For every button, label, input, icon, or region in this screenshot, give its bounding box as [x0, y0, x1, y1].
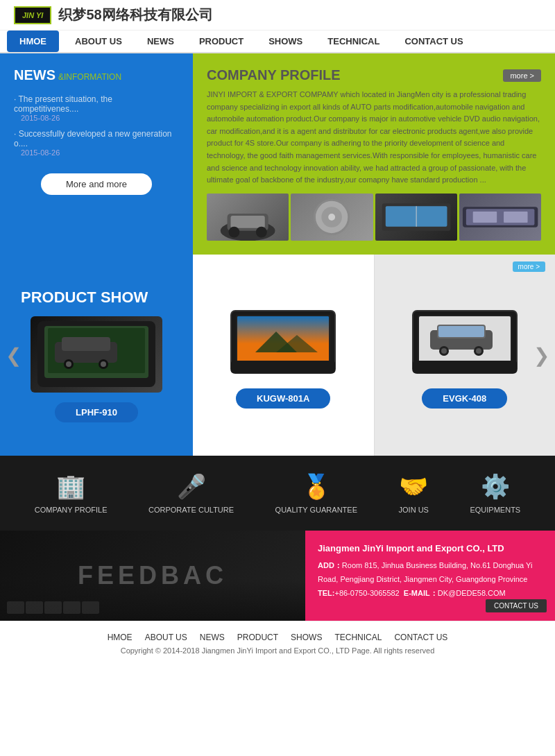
product-title: PRODUCT SHOW — [0, 289, 148, 307]
bottom-nav: HMOE ABOUT US NEWS PRODUCT SHOWS TECHNIC… — [0, 621, 555, 666]
medal-icon: 🏅 — [302, 472, 331, 500]
bottom-link-technical[interactable]: TECHNICAL — [334, 633, 382, 642]
row2: ❮ ❯ PRODUCT SHOW LPHF-910 — [0, 255, 555, 456]
company-images — [207, 194, 541, 241]
footer-icon-join[interactable]: 🤝 JOIN US — [399, 472, 429, 514]
svg-point-7 — [328, 214, 335, 221]
gear-icon: ⚙️ — [481, 472, 510, 500]
bottom-link-news[interactable]: NEWS — [200, 633, 225, 642]
prev-arrow[interactable]: ❮ — [6, 344, 22, 367]
footer-icons: 🏢 COMPANY PROFILE 🎤 CORPORATE CULTURE 🏅 … — [0, 456, 555, 531]
contact-us-button[interactable]: CONTACT US — [486, 599, 547, 612]
product-item-1: PRODUCT SHOW LPHF-910 — [0, 255, 193, 456]
bottom-link-product[interactable]: PRODUCT — [237, 633, 278, 642]
svg-rect-14 — [504, 212, 527, 223]
news-section: NEWS &INFORMATION · The present situatio… — [0, 53, 193, 255]
bottom-link-about[interactable]: ABOUT US — [145, 633, 187, 642]
more-button[interactable]: More and more — [41, 173, 152, 195]
bottom-link-contact[interactable]: CONTACT US — [394, 633, 447, 642]
svg-rect-36 — [438, 326, 484, 337]
company-body: JINYI IMPORT & EXPORT COMPAMY which loca… — [207, 89, 541, 187]
svg-rect-2 — [230, 216, 264, 228]
svg-rect-41 — [413, 361, 517, 373]
footer-icon-quality[interactable]: 🏅 QUALITY GUARANTEE — [275, 472, 357, 514]
building-icon: 🏢 — [56, 472, 85, 500]
mic-icon: 🎤 — [177, 472, 206, 500]
nav-item-technical[interactable]: TECHNICAL — [315, 31, 392, 52]
product-image-1 — [31, 316, 162, 393]
svg-point-23 — [101, 361, 106, 367]
nav-item-product[interactable]: PRODUCT — [187, 31, 256, 52]
feedback-right: Jiangmen JinYi Import and Export CO., LT… — [305, 531, 555, 621]
feedback-company-name: Jiangmen JinYi Import and Export CO., LT… — [318, 540, 543, 556]
product-more[interactable]: more > — [513, 261, 545, 272]
feedback-text: FEEDBAC — [78, 561, 228, 590]
nav-item-news[interactable]: NEWS — [135, 31, 187, 52]
footer-icon-corporate[interactable]: 🎤 CORPORATE CULTURE — [148, 472, 234, 514]
product-label-3[interactable]: EVGK-408 — [422, 388, 507, 409]
feedback-section: FEEDBAC Jiangmen JinYi Import and Export… — [0, 531, 555, 621]
company-section: COMPANY PROFILE more > JINYI IMPORT & EX… — [193, 53, 555, 255]
svg-point-40 — [476, 348, 481, 354]
copyright: Copyright © 2014-2018 Jiangmen JinYi Imp… — [11, 646, 544, 655]
svg-rect-13 — [472, 212, 496, 223]
handshake-icon: 🤝 — [399, 472, 428, 500]
logo-text: 织梦58网络科技有限公司 — [58, 6, 212, 24]
product-image-3 — [406, 302, 524, 381]
news-item-1[interactable]: · The present situation, the competitive… — [14, 94, 179, 122]
header: JIN YI 织梦58网络科技有限公司 — [0, 0, 555, 31]
feedback-left: FEEDBAC — [0, 531, 305, 621]
nav: HMOE ABOUT US NEWS PRODUCT SHOWS TECHNIC… — [0, 31, 555, 53]
bottom-link-shows[interactable]: SHOWS — [291, 633, 322, 642]
product-label-1[interactable]: LPHF-910 — [55, 402, 138, 422]
logo-icon: JIN YI — [14, 6, 51, 24]
product-label-2[interactable]: KUGW-801A — [236, 388, 330, 409]
company-more-button[interactable]: more > — [503, 69, 541, 82]
row1: NEWS &INFORMATION · The present situatio… — [0, 53, 555, 255]
svg-point-4 — [256, 227, 267, 238]
news-title: NEWS — [14, 67, 56, 83]
product-image-2 — [224, 302, 342, 381]
svg-rect-19 — [62, 337, 110, 351]
nav-item-about[interactable]: ABOUT US — [62, 31, 135, 52]
nav-item-shows[interactable]: SHOWS — [256, 31, 315, 52]
news-item-2[interactable]: · Successfully developed a new generatio… — [14, 129, 179, 157]
product-item-3: more > EVGK-408 — [375, 255, 556, 456]
product-item-2: KUGW-801A — [193, 255, 375, 456]
company-title: COMPANY PROFILE — [207, 67, 341, 83]
bottom-nav-links: HMOE ABOUT US NEWS PRODUCT SHOWS TECHNIC… — [11, 633, 544, 642]
next-arrow[interactable]: ❯ — [533, 344, 549, 367]
logo: JIN YI 织梦58网络科技有限公司 — [14, 6, 213, 24]
news-subtitle: &INFORMATION — [58, 72, 121, 82]
bottom-link-home[interactable]: HMOE — [108, 633, 133, 642]
nav-item-home[interactable]: HMOE — [7, 31, 59, 52]
nav-item-contact[interactable]: CONTACT US — [392, 31, 475, 52]
svg-point-39 — [441, 348, 447, 354]
svg-point-3 — [229, 227, 240, 238]
footer-icon-company[interactable]: 🏢 COMPANY PROFILE — [35, 472, 108, 514]
svg-rect-30 — [231, 361, 335, 373]
footer-icon-equip[interactable]: ⚙️ EQUIPMENTS — [470, 472, 520, 514]
svg-point-22 — [66, 361, 71, 367]
